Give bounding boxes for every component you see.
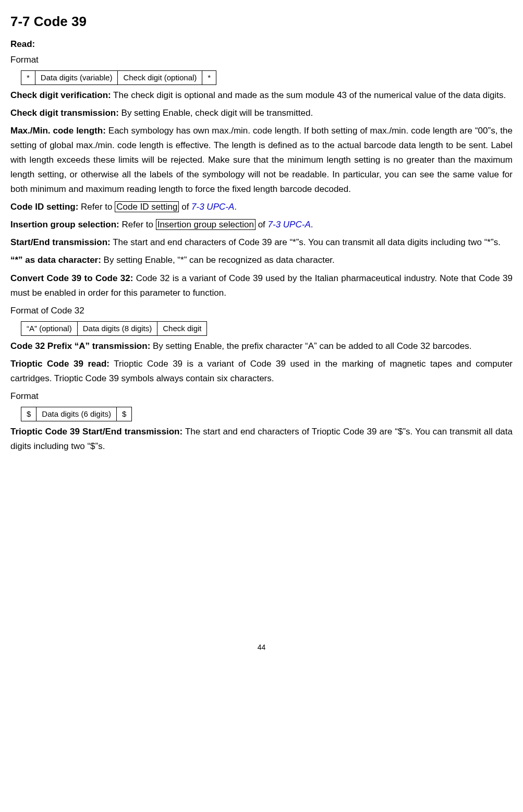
inline-label: Max./Min. code length: [10, 126, 106, 136]
body-text: of [256, 220, 268, 229]
check-digit-verification: Check digit verification: The check digi… [10, 88, 513, 103]
insertion-group-box: Insertion group selection [156, 219, 256, 230]
fmt1-cell: Data digits (variable) [35, 70, 118, 84]
max-min-code-length: Max./Min. code length: Each symbology ha… [10, 124, 513, 197]
fmt3-cell: Data digits (6 digits) [37, 407, 117, 421]
fmt3-cell: $ [116, 407, 131, 421]
body-text: Refer to [119, 220, 156, 229]
upc-a-link[interactable]: 7-3 UPC-A [191, 202, 234, 212]
body-text: . [234, 202, 237, 212]
fmt1-cell: Check digit (optional) [118, 70, 202, 84]
fmt2-cell: Check digit [157, 321, 207, 335]
insertion-group-selection: Insertion group selection: Refer to Inse… [10, 217, 513, 232]
inline-label: Code 32 Prefix “A” transmission: [10, 341, 150, 351]
fmt2-cell: Data digits (8 digits) [77, 321, 157, 335]
inline-label: Check digit verification: [10, 90, 111, 100]
read-heading: Read: [10, 37, 513, 52]
code-id-setting: Code ID setting: Refer to Code ID settin… [10, 200, 513, 214]
inline-label: Code ID setting: [10, 202, 78, 212]
inline-label: Trioptic Code 39 Start/End transmission: [10, 427, 183, 437]
page-number: 44 [10, 641, 513, 653]
asterisk-as-data-character: “*” as data character: By setting Enable… [10, 253, 513, 268]
body-text: By setting Enable, the prefix character … [150, 341, 471, 351]
code-id-box: Code ID setting [115, 201, 179, 212]
body-text: The check digit is optional and made as … [111, 90, 506, 100]
heading-title: 7-7 Code 39 [10, 10, 513, 33]
fmt1-cell: * [202, 70, 216, 84]
fmt1-cell: * [21, 70, 35, 84]
format-label-1: Format [10, 53, 513, 67]
body-text: The start and end characters of Code 39 … [111, 237, 501, 247]
trioptic-start-end-transmission: Trioptic Code 39 Start/End transmission:… [10, 425, 513, 454]
convert-code-39-to-32: Convert Code 39 to Code 32: Code 32 is a… [10, 271, 513, 300]
inline-label: Trioptic Code 39 read: [10, 359, 110, 369]
trioptic-code-39-read: Trioptic Code 39 read: Trioptic Code 39 … [10, 357, 513, 386]
body-text: Refer to [78, 202, 115, 212]
body-text: By setting Enable, “*” can be recognized… [101, 255, 335, 265]
fmt3-cell: $ [21, 407, 37, 421]
inline-label: Insertion group selection: [10, 220, 119, 229]
inline-label: Start/End transmission: [10, 237, 111, 247]
format-label-3: Format [10, 389, 513, 404]
inline-label: Check digit transmission: [10, 108, 119, 118]
check-digit-transmission: Check digit transmission: By setting Ena… [10, 106, 513, 120]
body-text: of [179, 202, 191, 212]
code-32-prefix-a: Code 32 Prefix “A” transmission: By sett… [10, 339, 513, 354]
format-table-2: “A” (optional) Data digits (8 digits) Ch… [21, 321, 207, 336]
body-text: By setting Enable, check digit will be t… [119, 108, 313, 118]
format-table-3: $ Data digits (6 digits) $ [21, 407, 132, 421]
format-code-32-label: Format of Code 32 [10, 304, 513, 318]
body-text: . [311, 220, 313, 229]
start-end-transmission: Start/End transmission: The start and en… [10, 235, 513, 250]
upc-a-link[interactable]: 7-3 UPC-A [268, 220, 311, 229]
format-table-1: * Data digits (variable) Check digit (op… [21, 70, 216, 85]
inline-label: Convert Code 39 to Code 32: [10, 273, 133, 283]
fmt2-cell: “A” (optional) [21, 321, 78, 335]
inline-label: “*” as data character: [10, 255, 101, 265]
body-text: Each symbology has own max./min. code le… [10, 126, 513, 194]
